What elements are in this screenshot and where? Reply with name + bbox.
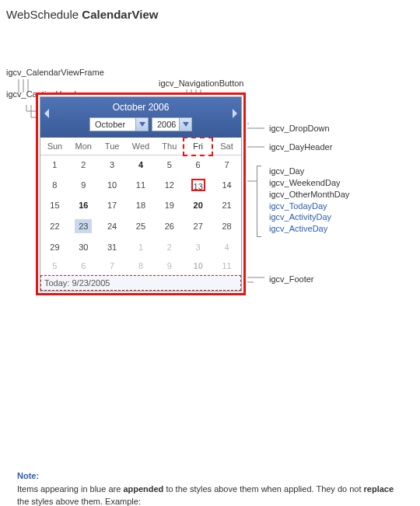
month-value: October: [90, 120, 135, 129]
calendar-day[interactable]: 10: [184, 256, 212, 275]
calendar-row: 2930311234: [40, 238, 241, 256]
label-weekend: igcv_WeekendDay: [269, 178, 341, 187]
label-footer: igcv_Footer: [269, 274, 313, 284]
day-header: Tue: [98, 138, 127, 155]
note-bold: appended: [123, 484, 163, 494]
calendar-day[interactable]: 2: [155, 238, 184, 256]
svg-marker-1: [233, 109, 237, 118]
page-title: WebSchedule CalendarView: [6, 8, 406, 21]
caption-header: October 2006 October 2006: [40, 97, 241, 138]
nav-next-button[interactable]: [230, 102, 240, 125]
calendar-day[interactable]: 9: [69, 174, 98, 196]
day-header-row: Sun Mon Tue Wed Thu Fri Sat: [40, 138, 241, 155]
bracket-daygroup: [257, 166, 261, 237]
calendar-day[interactable]: 15: [40, 196, 69, 215]
calendar-day[interactable]: 21: [212, 196, 241, 215]
calendar-day[interactable]: 4: [212, 238, 241, 256]
day-header: Sun: [40, 138, 69, 155]
calendar-day[interactable]: 22: [40, 215, 69, 238]
calendar-day[interactable]: 5: [155, 155, 184, 175]
calendar-day[interactable]: 11: [212, 256, 241, 275]
note-bold: replace: [364, 484, 394, 494]
day-header: Wed: [127, 138, 156, 155]
calendar-title: October 2006: [40, 100, 241, 117]
day-header: Mon: [69, 138, 98, 155]
calendar-view-frame: October 2006 October 2006: [36, 92, 246, 295]
label-dropdown: igcv_DropDown: [269, 124, 330, 133]
calendar-grid: Sun Mon Tue Wed Thu Fri Sat 123456789101…: [40, 138, 241, 275]
calendar-row: 15161718192021: [40, 196, 241, 215]
label-activity: igcv_ActivityDay: [269, 212, 331, 222]
calendar-row: 567891011: [40, 256, 241, 275]
month-dropdown[interactable]: October: [89, 117, 149, 131]
calendar-day[interactable]: 30: [69, 238, 98, 256]
day-header: Thu: [155, 138, 184, 155]
label-navbutton: igcv_NavigationButton: [159, 79, 243, 88]
diagram-area: igcv_CalendarViewFrame igcv_CaptionHeade…: [6, 43, 406, 338]
calendar-day[interactable]: 10: [98, 174, 127, 196]
label-today: igcv_TodayDay: [269, 201, 327, 211]
calendar-day[interactable]: 9: [155, 256, 184, 275]
calendar-day[interactable]: 7: [212, 155, 241, 175]
nav-prev-button[interactable]: [42, 102, 51, 125]
title-bold: CalendarView: [82, 8, 158, 21]
calendar-row: 891011121314: [40, 174, 241, 196]
calendar-day[interactable]: 2: [69, 155, 98, 175]
note-text: to the styles above them when applied. T…: [163, 484, 363, 494]
calendar-day[interactable]: 31: [98, 238, 127, 256]
calendar-day[interactable]: 5: [40, 256, 69, 275]
day-header: Sat: [212, 138, 241, 155]
calendar-day[interactable]: 7: [98, 256, 127, 275]
calendar-row: 1234567: [40, 155, 241, 175]
note-text: Items appearing in blue are: [17, 484, 123, 494]
dropdown-row: October 2006: [40, 117, 241, 133]
label-day-group: igcv_Day igcv_WeekendDay igcv_OtherMonth…: [269, 166, 349, 235]
calendar-day[interactable]: 29: [40, 238, 69, 256]
chevron-down-icon: [135, 118, 148, 131]
calendar-day[interactable]: 1: [40, 155, 69, 175]
label-active: igcv_ActiveDay: [269, 224, 327, 233]
svg-marker-2: [139, 122, 145, 127]
label-othermonth: igcv_OtherMonthDay: [269, 190, 349, 199]
footer-text: Today: 9/23/2005: [44, 278, 110, 288]
calendar-footer[interactable]: Today: 9/23/2005: [40, 275, 241, 291]
calendar-day[interactable]: 16: [69, 196, 98, 215]
calendar-day[interactable]: 11: [127, 174, 156, 196]
calendar-day[interactable]: 25: [127, 215, 156, 238]
calendar-row: 22232425262728: [40, 215, 241, 238]
calendar-day[interactable]: 1: [127, 238, 156, 256]
year-value: 2006: [152, 120, 179, 129]
note-text: the styles above them. Example:: [17, 497, 141, 506]
label-day: igcv_Day: [269, 166, 304, 176]
calendar-day[interactable]: 6: [184, 155, 212, 175]
calendar-day[interactable]: 23: [69, 215, 98, 238]
calendar: October 2006 October 2006: [40, 96, 242, 291]
calendar-day[interactable]: 20: [184, 196, 212, 215]
calendar-day[interactable]: 13: [184, 174, 212, 196]
note-body: Items appearing in blue are appended to …: [17, 483, 401, 506]
calendar-day[interactable]: 3: [184, 238, 212, 256]
calendar-day[interactable]: 6: [69, 256, 98, 275]
calendar-day[interactable]: 8: [127, 256, 156, 275]
calendar-day[interactable]: 18: [127, 196, 156, 215]
svg-marker-0: [44, 109, 49, 118]
calendar-day[interactable]: 14: [212, 174, 241, 196]
note-header: Note:: [17, 470, 401, 483]
calendar-day[interactable]: 8: [40, 174, 69, 196]
chevron-down-icon: [179, 118, 191, 131]
day-header-highlight: Fri: [184, 138, 212, 155]
calendar-day[interactable]: 19: [155, 196, 184, 215]
calendar-day[interactable]: 12: [155, 174, 184, 196]
calendar-day[interactable]: 3: [98, 155, 127, 175]
calendar-day[interactable]: 27: [184, 215, 212, 238]
note-section: Note: Items appearing in blue are append…: [6, 470, 406, 506]
calendar-day[interactable]: 4: [127, 155, 156, 175]
label-frame: igcv_CalendarViewFrame: [6, 68, 104, 77]
svg-marker-3: [183, 122, 189, 127]
calendar-day[interactable]: 24: [98, 215, 127, 238]
calendar-day[interactable]: 26: [155, 215, 184, 238]
calendar-day[interactable]: 17: [98, 196, 127, 215]
calendar-day[interactable]: 28: [212, 215, 241, 238]
title-prefix: WebSchedule: [6, 8, 82, 21]
year-dropdown[interactable]: 2006: [152, 117, 192, 131]
